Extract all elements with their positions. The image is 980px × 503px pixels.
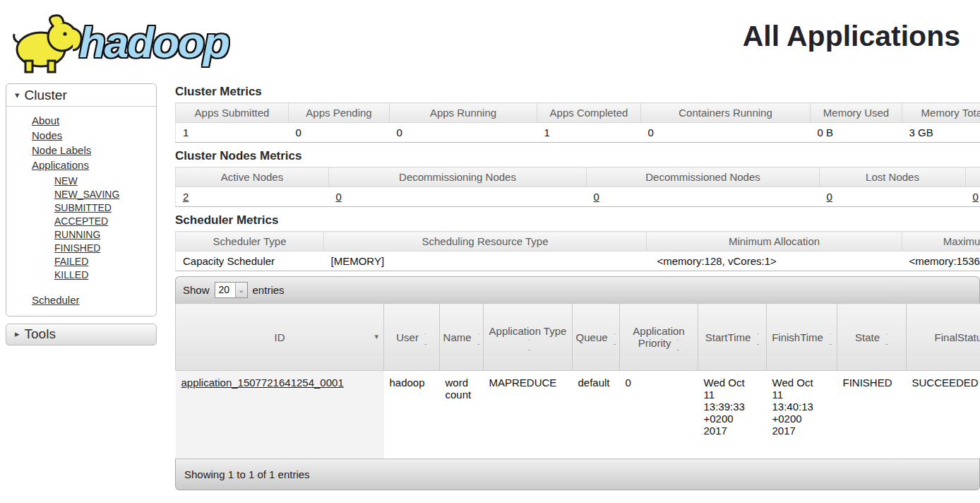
finishtime-cell: Wed Oct 11 13:40:13 +0200 2017 (767, 371, 837, 458)
sidebar-subitem-killed[interactable]: KILLED (54, 269, 88, 280)
active-nodes-link[interactable]: 2 (183, 191, 189, 203)
apps-submitted-value: 1 (176, 123, 289, 143)
sidebar-subitem-failed[interactable]: FAILED (54, 256, 88, 267)
col-lost-nodes: Lost Nodes (820, 167, 966, 187)
col-decommissioned-nodes: Decommissioned Nodes (587, 167, 820, 187)
sidebar-item-about[interactable]: About (32, 114, 59, 126)
main-content: Cluster Metrics Apps Submitted Apps Pend… (175, 83, 980, 490)
col-name[interactable]: Name ˈˍ (440, 304, 484, 371)
sidebar: ▾Cluster About Nodes Node Labels Applica… (6, 83, 157, 345)
lost-nodes-link[interactable]: 0 (827, 191, 832, 203)
cluster-nodes-metrics-title: Cluster Nodes Metrics (175, 149, 980, 163)
chevron-down-icon: ⌄ (235, 283, 247, 297)
applications-table: ID ▾ User ˈˍ Name ˈˍ Application Type ˈˍ (175, 303, 980, 458)
col-minimum-allocation: Minimum Allocation (647, 232, 902, 252)
apps-pending-value: 0 (289, 123, 390, 143)
sidebar-item-applications[interactable]: Applications (32, 159, 89, 171)
sort-both-icon: ˈˍ (677, 340, 680, 348)
hadoop-logo: hadoop (4, 6, 229, 79)
starttime-cell: Wed Oct 11 13:39:33 +0200 2017 (698, 371, 767, 458)
containers-running-value: 0 (641, 123, 811, 143)
sidebar-subitem-submitted[interactable]: SUBMITTED (54, 202, 112, 213)
sidebar-item-node-labels[interactable]: Node Labels (32, 144, 91, 156)
application-id-link[interactable]: application_1507721641254_0001 (181, 377, 344, 389)
apps-completed-value: 1 (537, 123, 641, 143)
scheduler-metrics-title: Scheduler Metrics (175, 213, 980, 227)
chevron-right-icon: ▸ (15, 329, 20, 339)
col-containers-running: Containers Running (641, 103, 811, 123)
cluster-nav-header[interactable]: ▾Cluster (6, 84, 156, 107)
col-finishtime[interactable]: FinishTime ˈˍ (767, 304, 837, 371)
cluster-metrics-table: Apps Submitted Apps Pending Apps Running… (175, 102, 980, 143)
application-row: application_1507721641254_0001 hadoop wo… (176, 371, 980, 458)
state-cell: FINISHED (837, 371, 907, 458)
col-finalstatus[interactable]: FinalStatus ˈˍ (907, 304, 980, 371)
sidebar-item-nodes[interactable]: Nodes (32, 129, 62, 141)
col-scheduling-resource-type: Scheduling Resource Type (324, 232, 647, 252)
cluster-nav-label: Cluster (25, 88, 67, 102)
unhealthy-nodes-link[interactable]: 0 (973, 191, 979, 203)
maximum-allocation-value: <memory:1536, vCores:4> (902, 252, 980, 271)
show-label: Show (183, 284, 210, 296)
col-id[interactable]: ID ▾ (176, 304, 384, 371)
scheduler-metrics-row: Capacity Scheduler [MEMORY] <memory:128,… (176, 252, 980, 271)
name-cell: word count (440, 371, 484, 458)
cluster-metrics-row: 1 0 0 1 0 0 B 3 GB (176, 123, 980, 143)
col-maximum-allocation: Maximum Allocation (902, 232, 980, 252)
col-application-type[interactable]: Application Type ˈˍ (484, 304, 573, 371)
sort-both-icon: ˈˍ (829, 334, 832, 343)
sort-both-icon: ˈˍ (756, 334, 759, 343)
col-apps-submitted: Apps Submitted (176, 103, 289, 123)
page-title: All Applications (743, 20, 960, 53)
sidebar-subitem-new-saving[interactable]: NEW_SAVING (54, 189, 119, 200)
col-scheduler-type: Scheduler Type (176, 232, 324, 252)
col-apps-pending: Apps Pending (289, 103, 390, 123)
cluster-nodes-metrics-table: Active Nodes Decommissioning Nodes Decom… (175, 167, 980, 207)
col-state[interactable]: State ˈˍ (837, 304, 907, 371)
hadoop-elephant-icon (4, 6, 89, 79)
col-memory-total: Memory Total (902, 103, 980, 123)
hadoop-logo-text: hadoop (79, 20, 229, 64)
decommissioned-nodes-link[interactable]: 0 (594, 191, 599, 203)
top-header: hadoop All Applications (0, 0, 980, 83)
col-user[interactable]: User ˈˍ (384, 304, 440, 371)
tools-nav-label: Tools (25, 326, 56, 341)
scheduling-resource-type-value: [MEMORY] (324, 252, 647, 271)
tools-nav-header[interactable]: ▸Tools (6, 324, 157, 345)
memory-total-value: 3 GB (902, 123, 980, 143)
sidebar-subitem-running[interactable]: RUNNING (54, 229, 100, 240)
table-length-toolbar: Show 20 ⌄ entries (175, 276, 980, 303)
cluster-metrics-title: Cluster Metrics (175, 85, 980, 99)
cluster-nodes-metrics-row: 2 0 0 0 0 (176, 187, 980, 207)
sidebar-subitem-finished[interactable]: FINISHED (54, 242, 100, 254)
cluster-nav-box: ▾Cluster About Nodes Node Labels Applica… (6, 83, 157, 316)
decommissioning-nodes-link[interactable]: 0 (336, 191, 342, 203)
col-apps-running: Apps Running (390, 103, 537, 123)
page-size-select[interactable]: 20 ⌄ (215, 282, 248, 298)
col-application-priority[interactable]: Application Priority ˈˍ (620, 304, 698, 371)
entries-label: entries (253, 284, 285, 296)
minimum-allocation-value: <memory:128, vCores:1> (647, 252, 902, 271)
application-type-cell: MAPREDUCE (484, 371, 573, 458)
col-active-nodes: Active Nodes (176, 167, 329, 187)
col-queue[interactable]: Queue ˈˍ (573, 304, 620, 371)
sort-both-icon: ˈˍ (528, 340, 531, 348)
page-size-value: 20 (215, 283, 235, 297)
scheduler-type-value: Capacity Scheduler (176, 252, 324, 271)
user-cell: hadoop (384, 371, 440, 458)
sort-both-icon: ˈˍ (885, 334, 888, 343)
chevron-down-icon: ▾ (15, 90, 20, 100)
sidebar-subitem-accepted[interactable]: ACCEPTED (54, 215, 108, 227)
sort-both-icon: ˈˍ (614, 334, 616, 343)
memory-used-value: 0 B (811, 123, 902, 143)
col-decommissioning-nodes: Decommissioning Nodes (329, 167, 587, 187)
col-memory-used: Memory Used (811, 103, 902, 123)
priority-cell: 0 (620, 371, 698, 458)
table-info-footer: Showing 1 to 1 of 1 entries (175, 458, 980, 490)
sort-both-icon: ˈˍ (477, 334, 480, 343)
sidebar-item-scheduler[interactable]: Scheduler (32, 294, 80, 306)
col-starttime[interactable]: StartTime ˈˍ (698, 304, 767, 371)
sidebar-subitem-new[interactable]: NEW (54, 175, 78, 187)
apps-running-value: 0 (390, 123, 537, 143)
col-apps-completed: Apps Completed (537, 103, 641, 123)
